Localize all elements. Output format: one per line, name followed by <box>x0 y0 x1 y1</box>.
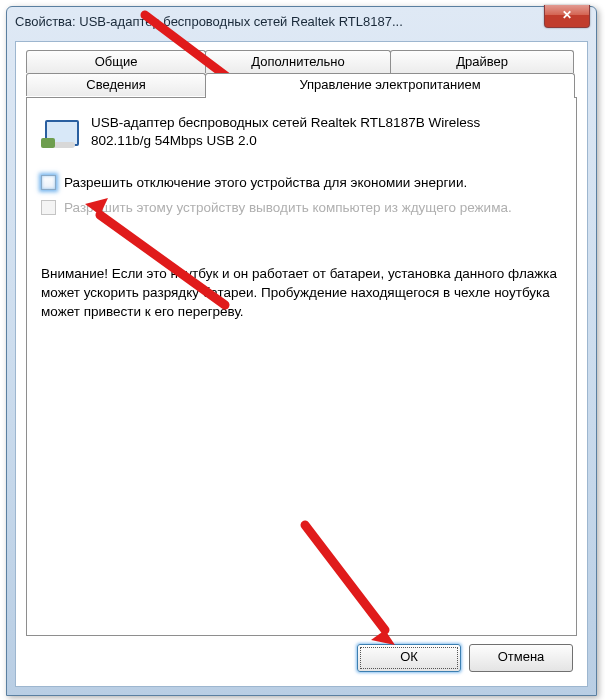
tab-driver[interactable]: Драйвер <box>390 50 574 73</box>
device-name: USB-адаптер беспроводных сетей Realtek R… <box>91 114 480 150</box>
checkbox-allow-power-off[interactable] <box>41 175 56 190</box>
titlebar[interactable]: Свойства: USB-адаптер беспроводных сетей… <box>7 7 596 35</box>
checkbox-allow-power-off-label: Разрешить отключение этого устройства дл… <box>64 174 467 191</box>
close-button[interactable]: ✕ <box>544 5 590 28</box>
warning-text: Внимание! Если это ноутбук и он работает… <box>41 264 562 321</box>
cancel-button[interactable]: Отмена <box>469 644 573 672</box>
checkbox-allow-wake-label: Разрешить этому устройству выводить комп… <box>64 199 512 216</box>
checkbox-allow-wake <box>41 200 56 215</box>
tab-power-management[interactable]: Управление электропитанием <box>205 73 575 98</box>
window-title: Свойства: USB-адаптер беспроводных сетей… <box>15 14 403 29</box>
tab-advanced[interactable]: Дополнительно <box>205 50 391 73</box>
close-icon: ✕ <box>562 8 572 22</box>
ok-button[interactable]: ОК <box>357 644 461 672</box>
properties-window: Свойства: USB-адаптер беспроводных сетей… <box>6 6 597 696</box>
tab-page-power: USB-адаптер беспроводных сетей Realtek R… <box>26 97 577 636</box>
client-area: Общие Дополнительно Драйвер Сведения Упр… <box>15 41 588 687</box>
tab-general[interactable]: Общие <box>26 50 206 73</box>
tab-details[interactable]: Сведения <box>26 73 206 96</box>
network-adapter-icon <box>41 114 81 154</box>
